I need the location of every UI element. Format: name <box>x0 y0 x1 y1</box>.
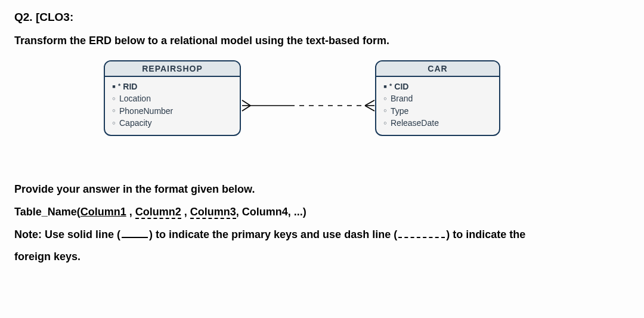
answer-instructions: Provide your answer in the format given … <box>14 178 630 268</box>
sep: , <box>126 206 135 218</box>
attribute-row: ReleaseDate <box>382 117 493 129</box>
col4-suffix: , Column4, ...) <box>236 206 306 218</box>
relationship-connector <box>242 94 374 118</box>
star-icon: * <box>389 82 392 91</box>
circle-marker-icon <box>382 119 388 128</box>
entity-car: CAR * CID Brand Type ReleaseDate <box>375 60 500 136</box>
attribute-label: Brand <box>391 92 413 104</box>
attribute-label: CID <box>394 81 408 92</box>
circle-marker-icon <box>111 94 117 103</box>
svg-line-6 <box>365 106 374 111</box>
svg-line-2 <box>242 100 250 106</box>
svg-line-3 <box>242 106 250 111</box>
attribute-label: RID <box>123 81 137 92</box>
instruction-line-1: Provide your answer in the format given … <box>14 178 630 201</box>
sep: , <box>181 206 190 218</box>
entity-title: CAR <box>376 61 499 77</box>
note-suffix: ) to indicate the <box>446 229 525 240</box>
circle-marker-icon <box>111 119 117 128</box>
attribute-pk: * CID <box>382 81 493 92</box>
attribute-row: Brand <box>382 92 493 104</box>
attribute-row: PhoneNumber <box>111 105 234 117</box>
note-line: Note: Use solid line () to indicate the … <box>14 224 630 246</box>
attribute-row: Capacity <box>111 117 234 129</box>
col2-u-dash: Column2 <box>135 206 181 219</box>
attribute-label: Location <box>119 92 151 104</box>
star-icon: * <box>118 82 120 91</box>
question-prompt: Transform the ERD below to a relational … <box>14 35 630 47</box>
pk-marker-icon <box>382 82 388 91</box>
attribute-label: PhoneNumber <box>119 105 173 117</box>
entity-repairshop: REPAIRSHOP * RID Location PhoneNumber Ca… <box>104 60 241 136</box>
erd-diagram: REPAIRSHOP * RID Location PhoneNumber Ca… <box>104 60 640 162</box>
format-prefix: Table_Name( <box>14 206 80 218</box>
attribute-label: ReleaseDate <box>391 117 439 129</box>
attribute-row: Location <box>111 92 234 104</box>
format-example: Table_Name(Column1 , Column2 , Column3, … <box>14 201 630 224</box>
note-mid: ) to indicate the primary keys and use d… <box>149 229 397 240</box>
note-line-2: foreign keys. <box>14 246 630 268</box>
col3-u-dash: Column3 <box>190 206 236 219</box>
circle-marker-icon <box>111 106 117 115</box>
note-prefix: Note: Use solid line ( <box>14 229 120 240</box>
svg-line-5 <box>365 100 374 106</box>
col1-u-solid: Column1 <box>80 206 126 218</box>
entity-title: REPAIRSHOP <box>105 61 240 77</box>
dash-line-sample-icon <box>398 230 445 238</box>
solid-line-sample-icon <box>122 230 148 238</box>
attribute-label: Type <box>391 105 408 117</box>
pk-marker-icon <box>111 82 117 91</box>
entity-attributes: * CID Brand Type ReleaseDate <box>376 77 499 135</box>
attribute-label: Capacity <box>119 117 151 129</box>
entity-attributes: * RID Location PhoneNumber Capacity <box>105 77 240 135</box>
attribute-row: Type <box>382 105 493 117</box>
attribute-pk: * RID <box>111 81 234 92</box>
circle-marker-icon <box>382 94 388 103</box>
circle-marker-icon <box>382 106 388 115</box>
question-header: Q2. [CLO3: <box>14 11 630 24</box>
